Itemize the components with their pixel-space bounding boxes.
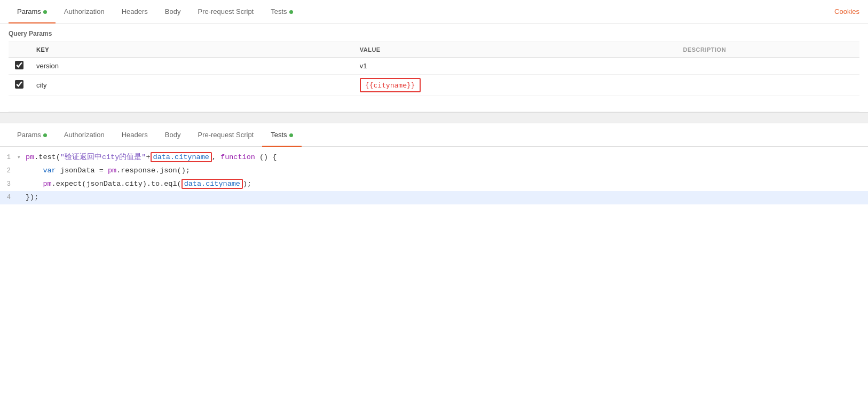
tab-prerequest-top[interactable]: Pre-request Script — [189, 0, 262, 23]
code-text: jsonData = — [56, 167, 108, 175]
row1-value[interactable]: v1 — [353, 58, 677, 75]
tab-label: Body — [165, 7, 181, 15]
row1-checkbox-cell — [9, 58, 30, 75]
row1-key[interactable]: version — [30, 58, 353, 75]
city-value-highlighted: {{cityname}} — [360, 78, 421, 92]
tab-label: Headers — [122, 7, 148, 15]
top-section: Params Authorization Headers Body Pre-re… — [0, 0, 868, 113]
bottom-section: Params Authorization Headers Body Pre-re… — [0, 123, 868, 209]
line-number-1: 1 — [0, 152, 17, 163]
line-1-content: pm.test("验证返回中city的值是"+data.cityname, fu… — [23, 152, 868, 164]
code-editor[interactable]: 1 ▾ pm.test("验证返回中city的值是"+data.cityname… — [0, 147, 868, 209]
tab-label: Params — [17, 131, 41, 139]
tab-headers-bottom[interactable]: Headers — [113, 123, 156, 146]
col-key: KEY — [30, 42, 353, 58]
tests-dot-bottom — [289, 133, 293, 137]
code-text: .test( — [34, 153, 60, 161]
empty-value-cell[interactable] — [353, 96, 677, 112]
code-line-2: 2 var jsonData = pm.response.json(); — [0, 164, 868, 178]
tab-authorization-top[interactable]: Authorization — [56, 0, 113, 23]
code-keyword: var — [43, 167, 56, 175]
bottom-tabs-row: Params Authorization Headers Body Pre-re… — [0, 123, 868, 147]
line-arrow-1: ▾ — [17, 153, 23, 163]
query-params-title: Query Params — [9, 30, 859, 37]
tab-prerequest-bottom[interactable]: Pre-request Script — [189, 123, 262, 146]
code-string: "验证返回中city的值是" — [60, 153, 146, 161]
empty-checkbox-cell — [9, 96, 30, 112]
tab-label: Pre-request Script — [198, 7, 254, 15]
code-text: ); — [243, 180, 251, 188]
code-text: }); — [26, 193, 38, 201]
code-line-4: 4 }); — [0, 191, 868, 204]
params-dot — [43, 10, 47, 14]
row1-desc[interactable] — [676, 58, 859, 75]
code-text: + — [146, 153, 150, 161]
tab-headers-top[interactable]: Headers — [113, 0, 156, 23]
line-3-content: pm.expect(jsonData.city).to.eql(data.cit… — [23, 178, 868, 191]
col-value: VALUE — [353, 42, 677, 58]
tab-body-top[interactable]: Body — [156, 0, 190, 23]
code-line-1: 1 ▾ pm.test("验证返回中city的值是"+data.cityname… — [0, 151, 868, 164]
tab-label: Tests — [271, 7, 287, 15]
tab-label: Body — [165, 131, 181, 139]
code-text: .response.json(); — [116, 167, 190, 175]
code-var: data.cityname — [184, 180, 240, 188]
code-line-3: 3 pm.expect(jsonData.city).to.eql(data.c… — [0, 178, 868, 191]
code-keyword: pm — [108, 167, 116, 175]
tab-label: Pre-request Script — [198, 131, 254, 139]
code-text: () { — [255, 153, 277, 161]
line-number-2: 2 — [0, 165, 17, 176]
params-dot-bottom — [43, 133, 47, 137]
top-tabs-row: Params Authorization Headers Body Pre-re… — [0, 0, 868, 23]
tab-tests-bottom[interactable]: Tests — [262, 123, 301, 146]
code-text: .expect(jsonData.city).to.eql( — [52, 180, 182, 188]
cookies-link[interactable]: Cookies — [834, 0, 859, 23]
params-table: KEY VALUE DESCRIPTION version v1 — [9, 42, 859, 112]
code-text: , — [212, 153, 220, 161]
tests-dot-top — [289, 10, 293, 14]
tab-body-bottom[interactable]: Body — [156, 123, 190, 146]
tab-label: Headers — [122, 131, 148, 139]
code-highlighted-3: data.cityname — [182, 179, 243, 189]
query-params-section: Query Params KEY VALUE DESCRIPTION versi… — [0, 23, 868, 112]
tab-label: Authorization — [64, 7, 105, 15]
table-row: city {{cityname}} — [9, 75, 859, 96]
tab-authorization-bottom[interactable]: Authorization — [56, 123, 113, 146]
tab-label: Tests — [271, 131, 287, 139]
line-2-content: var jsonData = pm.response.json(); — [23, 165, 868, 177]
line-number-4: 4 — [0, 192, 17, 203]
col-checkbox — [9, 42, 30, 58]
table-row-empty — [9, 96, 859, 112]
line-4-content: }); — [23, 192, 868, 204]
code-keyword: pm — [26, 153, 34, 161]
code-var: data.cityname — [153, 153, 209, 161]
code-highlighted-1: data.cityname — [151, 152, 212, 162]
row2-value[interactable]: {{cityname}} — [353, 75, 677, 96]
divider — [0, 113, 868, 123]
code-keyword: pm — [43, 180, 51, 188]
row2-key[interactable]: city — [30, 75, 353, 96]
tab-params-top[interactable]: Params — [9, 0, 56, 23]
table-row: version v1 — [9, 58, 859, 75]
line-number-3: 3 — [0, 179, 17, 189]
empty-key-cell[interactable] — [30, 96, 353, 112]
code-keyword: function — [220, 153, 255, 161]
row1-checkbox[interactable] — [15, 61, 23, 69]
tab-label: Params — [17, 7, 41, 15]
tab-label: Authorization — [64, 131, 105, 139]
row2-checkbox-cell — [9, 75, 30, 96]
tab-tests-top[interactable]: Tests — [262, 0, 301, 23]
row2-checkbox[interactable] — [15, 80, 23, 89]
empty-desc-cell[interactable] — [676, 96, 859, 112]
row2-desc[interactable] — [676, 75, 859, 96]
tab-params-bottom[interactable]: Params — [9, 123, 56, 146]
col-desc: DESCRIPTION — [676, 42, 859, 58]
